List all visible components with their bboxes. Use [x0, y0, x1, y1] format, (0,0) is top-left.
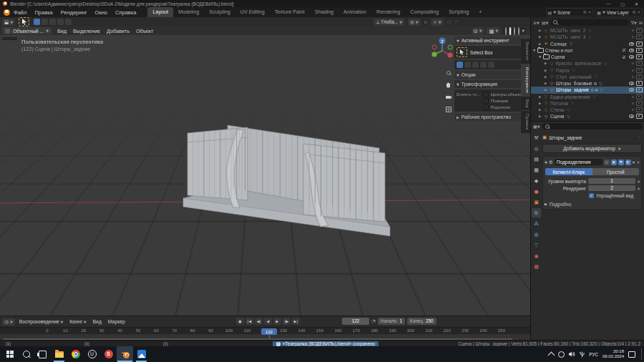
select-mode-button-4[interactable]: [65, 19, 72, 25]
gizmo-y-axis[interactable]: [431, 52, 436, 57]
falloff-icon[interactable]: ◠: [454, 19, 459, 25]
outliner-row[interactable]: ▶▽МСШТЬ_окно_3▽v: [531, 34, 644, 40]
select-mode-button-3[interactable]: [480, 62, 487, 68]
pan-hand-button[interactable]: [444, 80, 453, 89]
visibility-eye-closed-icon[interactable]: v: [632, 102, 634, 105]
affect-option-checkbox[interactable]: Позиции: [483, 97, 525, 104]
workspace-tab-rendering[interactable]: Rendering: [371, 7, 405, 17]
taskbar-s-app-button[interactable]: S: [100, 346, 117, 362]
current-frame-badge[interactable]: 122: [261, 328, 277, 335]
world-tab[interactable]: ●: [532, 187, 541, 196]
taskbar-file-explorer-button[interactable]: [51, 346, 67, 362]
outliner-filter-collection-icon[interactable]: ▤▼: [542, 20, 549, 25]
render-visibility-icon[interactable]: [636, 107, 643, 112]
workspace-tab-sculpting[interactable]: Sculpting: [204, 7, 235, 17]
frame-end-field[interactable]: Конец250: [407, 318, 436, 325]
outliner-display-mode-icon[interactable]: ≡▼: [533, 20, 540, 25]
snap-magnet-icon[interactable]: ∪: [424, 19, 428, 25]
render-tab[interactable]: ◎: [532, 144, 541, 153]
output-tab[interactable]: ▤: [532, 155, 541, 164]
realtime-toggle[interactable]: ⬒: [618, 160, 624, 165]
render-visibility-icon[interactable]: [636, 74, 643, 79]
minimize-button[interactable]: —: [606, 1, 610, 6]
transform-panel-header[interactable]: ▼ Трансформация: [454, 80, 521, 88]
gizmos-dropdown[interactable]: ▦▼: [487, 27, 500, 34]
active-tool-panel-header[interactable]: ▼ Активный инструмент: [454, 36, 521, 44]
view-layer-selector[interactable]: ▦ ▼ View Layer ⊞ ✕: [595, 8, 643, 16]
language-indicator[interactable]: РУС: [589, 352, 598, 357]
pin-icon[interactable]: ◦: [638, 134, 644, 140]
select-mode-button-4[interactable]: [488, 62, 494, 68]
workspace-tab-shading[interactable]: Shading: [310, 7, 338, 17]
affect-option-checkbox[interactable]: Родители: [483, 104, 525, 110]
render-visibility-icon[interactable]: [636, 101, 643, 106]
render-visibility-icon[interactable]: [636, 48, 643, 53]
timeline-menu-item[interactable]: Кеинг ▼: [69, 319, 86, 324]
outliner-row[interactable]: ▶▽Стены▽v: [531, 107, 644, 113]
visibility-eye-closed-icon[interactable]: v: [632, 75, 634, 79]
rendered-shading-button[interactable]: [517, 27, 520, 35]
remove-view-layer-icon[interactable]: ✕: [637, 10, 640, 14]
select-mode-button-1[interactable]: [42, 19, 48, 25]
viewport-menu-item[interactable]: Добавить: [107, 28, 130, 34]
scene-name[interactable]: Scene: [557, 10, 582, 15]
collection-checkbox[interactable]: ✓: [621, 47, 627, 53]
modifiers-tab[interactable]: ⚙: [532, 208, 541, 217]
timeline-menu-item[interactable]: Воспроизведение ▼: [19, 319, 64, 324]
taskbar-photos-button[interactable]: [133, 346, 150, 362]
frame-start-field[interactable]: Начало1: [378, 318, 405, 325]
usb-icon[interactable]: [580, 351, 585, 358]
outliner-settings-icon[interactable]: ⊞: [639, 20, 643, 25]
record-button[interactable]: ●: [236, 318, 244, 325]
volume-icon[interactable]: [569, 351, 575, 357]
add-modifier-button[interactable]: Добавить модификатор▼: [542, 144, 642, 153]
render-visibility-icon[interactable]: [636, 81, 643, 86]
outliner-row[interactable]: ▶▽Стул_школьный▽v: [531, 74, 644, 80]
timeline-menu-item[interactable]: Маркер: [108, 319, 125, 324]
render-toggle[interactable]: ◧: [625, 160, 631, 165]
active-tool-row[interactable]: Select Box: [454, 46, 521, 59]
outliner-filter-icon[interactable]: ∇▼: [631, 20, 637, 25]
topbar-menu-item[interactable]: Окно: [95, 9, 107, 16]
render-visibility-icon[interactable]: [636, 41, 643, 47]
tray-expand-icon[interactable]: [548, 351, 555, 358]
outliner-row[interactable]: ▶▽Сцена▽: [531, 113, 644, 119]
outliner-row[interactable]: ▶▽Потолок▽v: [531, 100, 644, 107]
view-layer-tab[interactable]: ▦: [532, 165, 541, 175]
proportional-edit-icon[interactable]: ◌: [447, 19, 452, 25]
outliner-row[interactable]: ▶▽Кресло_зрительское▽v: [531, 60, 644, 67]
viewport-menu-item[interactable]: Объект: [136, 28, 153, 34]
new-scene-icon[interactable]: ⊞: [583, 10, 587, 14]
outliner-row[interactable]: ▶▽Будка управления▽v: [531, 94, 644, 100]
viewport-3d[interactable]: Пользовательская перспектива (122) Сцена…: [0, 35, 530, 315]
viewport-menu-item[interactable]: Выделение: [73, 28, 100, 34]
maximize-button[interactable]: ▢: [620, 1, 625, 6]
advanced-section-header[interactable]: ▶ Подробно: [545, 200, 640, 207]
notification-center-icon[interactable]: [628, 351, 635, 358]
render-visibility-icon[interactable]: [636, 34, 643, 39]
taskbar-chrome-button[interactable]: [67, 346, 84, 362]
properties-editor-type-icon[interactable]: ▦▼: [533, 124, 540, 129]
taskbar-start-button[interactable]: [1, 346, 18, 362]
visibility-eye-icon[interactable]: [629, 114, 634, 118]
taskbar-u-app-button[interactable]: U: [84, 346, 100, 362]
topbar-menu-item[interactable]: Справка: [115, 9, 136, 16]
curtain-stage-model[interactable]: [0, 35, 530, 315]
orientation-dropdown[interactable]: ⊥ Глоба... ▼: [374, 19, 404, 26]
options-panel-header[interactable]: ▼ Опции: [454, 71, 521, 79]
workspace-tab-modeling[interactable]: Modeling: [173, 7, 204, 17]
outliner-search-input[interactable]: [550, 19, 629, 26]
outliner-row[interactable]: ▶▽МСШТЬ_окно_2▽v: [531, 27, 644, 34]
taskbar-task-view-button[interactable]: [34, 346, 51, 362]
collection-checkbox[interactable]: ✓: [621, 54, 627, 60]
blender-menu-icon[interactable]: [4, 9, 10, 16]
visibility-eye-closed-icon[interactable]: v: [632, 62, 634, 65]
perspective-toggle-button[interactable]: [444, 104, 453, 114]
render-visibility-icon[interactable]: [636, 28, 643, 33]
solid-shading-button[interactable]: [509, 27, 512, 35]
taskbar-blender-button[interactable]: [117, 346, 133, 362]
render-visibility-icon[interactable]: [636, 61, 643, 66]
expand-icon[interactable]: ▼: [545, 160, 547, 165]
modifier-extras-icon[interactable]: ▼: [633, 160, 635, 165]
visibility-eye-closed-icon[interactable]: v: [632, 29, 634, 32]
